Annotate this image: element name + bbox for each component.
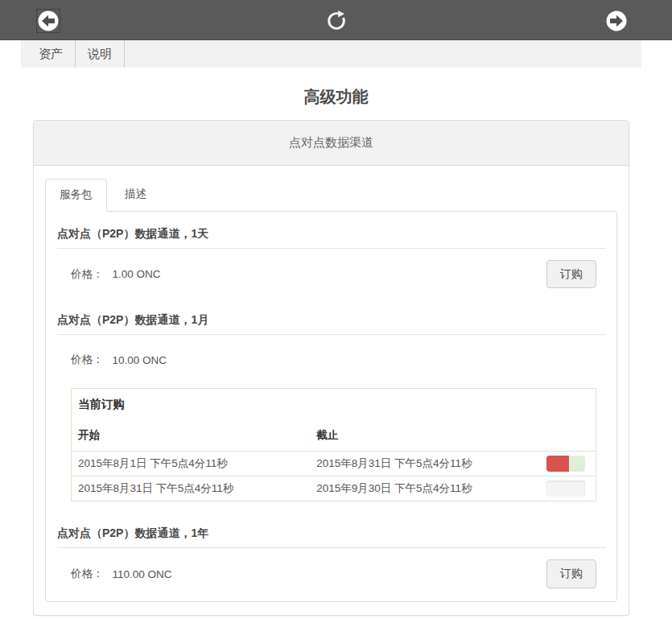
package-title: 点对点（P2P）数据通道，1月 <box>57 308 606 335</box>
order-row: 2015年8月31日 下午5点4分11秒 2015年9月30日 下午5点4分11… <box>72 477 596 501</box>
package-1day: 点对点（P2P）数据通道，1天 价格： 1.00 ONC 订购 <box>57 222 606 289</box>
price-value: 1.00 ONC <box>113 268 161 280</box>
refresh-button[interactable] <box>325 10 348 32</box>
panel-tabs: 服务包 描述 <box>45 178 617 211</box>
package-body: 价格： 1.00 ONC 订购 <box>57 260 606 289</box>
order-button-1year[interactable]: 订购 <box>546 559 596 588</box>
order-start-date: 2015年8月31日 下午5点4分11秒 <box>72 477 311 501</box>
order-progress-bar <box>546 456 585 472</box>
orders-header-row: 开始 截止 <box>72 420 596 452</box>
nav-item-assets[interactable]: 资产 <box>27 40 76 68</box>
price-value: 10.00 ONC <box>113 354 167 366</box>
current-orders-table: 当前订购 开始 截止 2015年8月1日 下午5点4分11秒 20 <box>71 388 596 501</box>
order-start-date: 2015年8月1日 下午5点4分11秒 <box>72 452 311 477</box>
column-header-progress <box>536 420 596 452</box>
tab-service-packages[interactable]: 服务包 <box>45 179 107 212</box>
package-1year: 点对点（P2P）数据通道，1年 价格： 110.00 ONC 订购 <box>57 522 606 588</box>
order-row: 2015年8月1日 下午5点4分11秒 2015年8月31日 下午5点4分11秒 <box>72 452 596 477</box>
panel-body: 服务包 描述 点对点（P2P）数据通道，1天 价格： 1.00 ONC 订购 点… <box>34 166 629 615</box>
panel-heading: 点对点数据渠道 <box>34 121 629 166</box>
column-header-start: 开始 <box>72 420 311 452</box>
column-header-end: 截止 <box>310 420 535 452</box>
price-label: 价格： <box>71 567 104 581</box>
package-title: 点对点（P2P）数据通道，1年 <box>57 522 606 548</box>
order-progress-bar <box>546 481 585 497</box>
price-label: 价格： <box>71 353 104 367</box>
package-title: 点对点（P2P）数据通道，1天 <box>57 222 606 249</box>
price-value: 110.00 ONC <box>113 568 172 580</box>
price-row: 价格： 10.00 ONC <box>71 346 596 373</box>
page-title: 高级功能 <box>0 86 672 108</box>
nav-item-instructions[interactable]: 说明 <box>76 40 125 68</box>
forward-arrow-icon <box>606 22 627 34</box>
order-button-1day[interactable]: 订购 <box>546 260 596 289</box>
browser-toolbar <box>0 0 672 40</box>
price-row: 价格： 1.00 ONC 订购 <box>71 260 596 289</box>
tab-description[interactable]: 描述 <box>110 178 161 211</box>
service-packages-tab-panel: 点对点（P2P）数据通道，1天 价格： 1.00 ONC 订购 点对点（P2P）… <box>45 211 617 602</box>
forward-button[interactable] <box>606 10 627 31</box>
price-label: 价格： <box>71 267 104 282</box>
nav-strip: 资产 说明 <box>21 40 641 68</box>
orders-table-caption: 当前订购 <box>72 389 596 421</box>
order-end-date: 2015年9月30日 下午5点4分11秒 <box>310 477 535 501</box>
package-1month: 点对点（P2P）数据通道，1月 价格： 10.00 ONC 当前订购 <box>57 308 606 501</box>
order-progress-fill <box>546 456 569 472</box>
p2p-channel-panel: 点对点数据渠道 服务包 描述 点对点（P2P）数据通道，1天 价格： 1.00 … <box>33 120 629 616</box>
refresh-icon <box>325 23 348 35</box>
back-arrow-icon <box>38 22 59 34</box>
price-row: 价格： 110.00 ONC 订购 <box>71 559 596 588</box>
back-button[interactable] <box>38 10 59 31</box>
package-body: 价格： 110.00 ONC 订购 <box>57 559 606 588</box>
package-body: 价格： 10.00 ONC 当前订购 开始 截止 <box>57 346 606 501</box>
order-end-date: 2015年8月31日 下午5点4分11秒 <box>310 452 535 477</box>
